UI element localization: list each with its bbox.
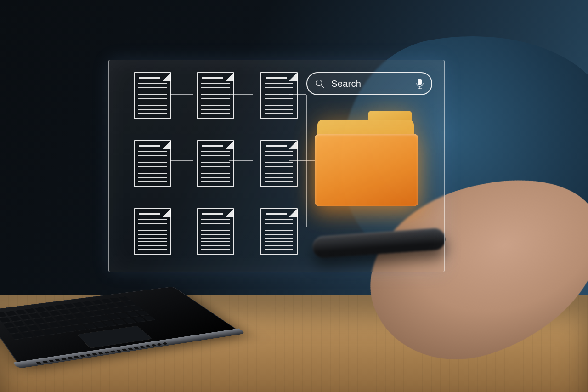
document-icon[interactable] [260,208,298,255]
holographic-panel: Search [108,60,445,272]
document-icon[interactable] [197,72,234,119]
document-grid [134,72,299,255]
document-icon[interactable] [134,140,171,187]
folder-icon[interactable] [315,120,423,207]
document-icon[interactable] [197,208,234,255]
document-icon[interactable] [134,208,171,255]
search-bar[interactable]: Search [306,72,432,95]
document-icon[interactable] [260,140,298,187]
svg-line-1 [321,85,324,88]
search-icon [315,79,325,89]
microphone-icon[interactable] [416,78,424,89]
document-icon[interactable] [260,72,298,119]
svg-point-0 [316,80,322,86]
document-icon[interactable] [134,72,171,119]
svg-rect-2 [418,79,422,85]
document-icon[interactable] [197,140,234,187]
search-placeholder: Search [331,79,409,89]
scene: Search [0,0,588,392]
